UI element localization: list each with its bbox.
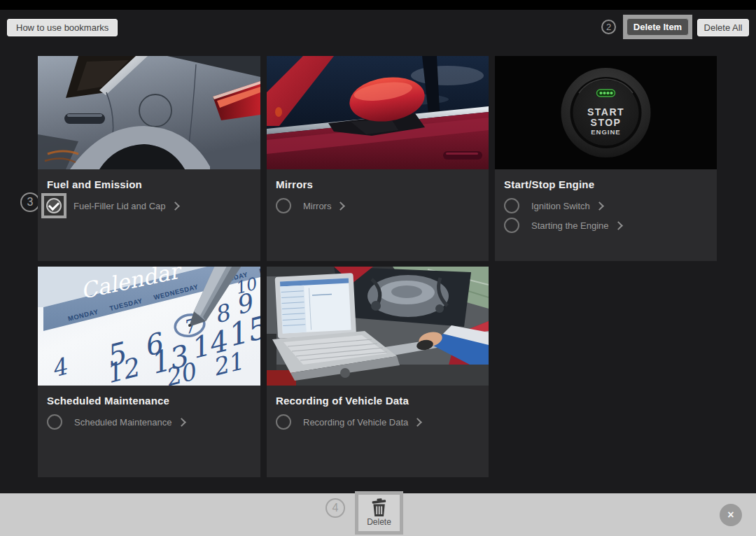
close-button[interactable]: ×	[720, 504, 742, 526]
bookmark-checkbox-checked[interactable]	[46, 198, 62, 213]
start-stop-text-line2: STOP	[591, 117, 622, 128]
delete-button-label: Delete	[367, 517, 391, 527]
calendar-photo: Calendar MONDAY TUESDAY WEDNESDAY THURSD…	[38, 267, 260, 386]
start-stop-button-photo: START STOP ENGINE	[495, 56, 717, 169]
chevron-right-icon	[177, 418, 186, 427]
bookmark-checkbox[interactable]	[276, 414, 291, 430]
bookmark-card-start-stop-engine: START STOP ENGINE Start/Stop Engine Igni…	[495, 56, 717, 261]
bookmark-link-label[interactable]: Recording of Vehicle Data	[303, 417, 408, 428]
delete-item-button[interactable]: Delete Item	[626, 18, 689, 36]
start-stop-text-line3: ENGINE	[591, 128, 620, 136]
annotation-step-3: 3	[20, 192, 40, 212]
chevron-right-icon	[595, 202, 604, 211]
bookmark-item-starting-the-engine: Starting the Engine	[504, 217, 708, 234]
fuel-filler-lid-photo	[38, 56, 260, 169]
chevron-right-icon	[337, 202, 346, 211]
chevron-right-icon	[614, 221, 623, 230]
bookmark-card-fuel-and-emission: Fuel and Emission Fuel-Filler Lid and Ca…	[38, 56, 260, 261]
bookmark-link-label[interactable]: Mirrors	[303, 201, 331, 211]
bookmark-card-recording-of-vehicle-data: Recording of Vehicle Data Recording of V…	[267, 267, 489, 477]
bookmark-link-label[interactable]: Ignition Switch	[531, 201, 590, 211]
diagnostic-laptop-photo	[267, 267, 489, 386]
bookmark-link-label[interactable]: Fuel-Filler Lid and Cap	[74, 201, 166, 211]
bookmark-item-recording-of-vehicle-data: Recording of Vehicle Data	[276, 414, 479, 430]
annotation-step-4: 4	[326, 498, 345, 518]
chevron-right-icon	[413, 418, 422, 427]
bookmark-checkbox[interactable]	[504, 198, 519, 213]
how-to-use-bookmarks-button[interactable]: How to use bookmarks	[7, 19, 118, 36]
delete-button[interactable]: Delete	[358, 495, 400, 531]
trash-icon	[370, 498, 388, 516]
checkbox-highlight-frame	[41, 193, 66, 218]
start-stop-text-line1: START	[587, 106, 624, 118]
card-title: Mirrors	[276, 178, 479, 191]
bookmark-link-label[interactable]: Scheduled Maintenance	[74, 417, 172, 428]
bookmark-card-scheduled-maintenance: Calendar MONDAY TUESDAY WEDNESDAY THURSD…	[38, 267, 260, 477]
bookmark-item-fuel-filler-lid: Fuel-Filler Lid and Cap	[47, 197, 251, 214]
bookmark-item-ignition-switch: Ignition Switch	[504, 197, 708, 214]
bookmark-item-mirrors: Mirrors	[276, 197, 479, 214]
card-title: Fuel and Emission	[47, 178, 251, 191]
close-icon: ×	[727, 509, 734, 521]
bookmark-checkbox[interactable]	[47, 414, 62, 430]
card-title: Scheduled Maintenance	[47, 395, 251, 407]
bookmark-checkbox[interactable]	[504, 218, 519, 233]
bookmark-checkbox[interactable]	[276, 198, 291, 213]
annotation-step-2: 2	[601, 20, 616, 34]
delete-all-button[interactable]: Delete All	[697, 19, 749, 36]
check-icon	[48, 199, 59, 210]
delete-button-highlight-frame: Delete	[355, 491, 403, 535]
bookmark-card-mirrors: Mirrors Mirrors	[267, 56, 489, 261]
card-title: Start/Stop Engine	[504, 178, 708, 191]
bookmark-link-label[interactable]: Starting the Engine	[531, 220, 609, 231]
delete-item-highlight-frame: Delete Item	[623, 15, 692, 39]
top-black-strip	[0, 0, 756, 10]
chevron-right-icon	[171, 202, 180, 211]
laptop-graphic	[275, 273, 356, 339]
card-title: Recording of Vehicle Data	[276, 395, 479, 407]
bookmarks-screen: How to use bookmarks 2 Delete Item Delet…	[0, 0, 756, 536]
bookmark-item-scheduled-maintenance: Scheduled Maintenance	[47, 414, 251, 430]
door-mirror-photo	[267, 56, 489, 169]
